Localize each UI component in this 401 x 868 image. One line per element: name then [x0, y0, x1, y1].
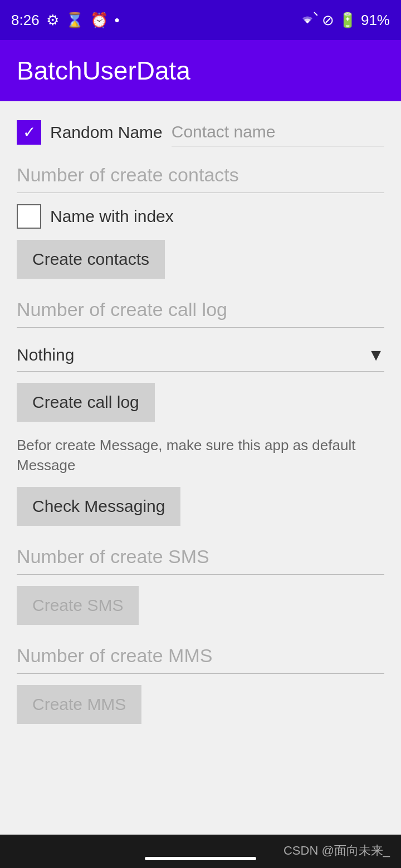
dot-icon: • [115, 12, 120, 29]
random-name-row: ✓ Random Name [17, 118, 384, 146]
create-sms-button[interactable]: Create SMS [17, 586, 139, 625]
app-title: BatchUserData [17, 56, 190, 86]
num-mms-input[interactable] [17, 638, 384, 674]
main-content: ✓ Random Name Name with index Create con… [0, 101, 401, 754]
name-with-index-checkbox[interactable] [17, 204, 41, 229]
check-messaging-button[interactable]: Check Messaging [17, 487, 180, 526]
create-mms-button[interactable]: Create MMS [17, 685, 141, 724]
name-with-index-row: Name with index [17, 204, 384, 229]
name-with-index-label: Name with index [50, 207, 174, 226]
bottom-bar: CSDN @面向未来_ [0, 835, 401, 868]
random-name-checkbox[interactable]: ✓ [17, 120, 41, 145]
dropdown-selected-value: Nothing [17, 346, 74, 364]
status-left: 8:26 ⚙ ⌛ ⏰ • [11, 12, 120, 29]
contact-name-input[interactable] [172, 118, 384, 146]
csdn-label: CSDN @面向未来_ [283, 842, 390, 859]
home-indicator [145, 857, 256, 860]
checkmark-icon: ✓ [23, 125, 36, 140]
time-display: 8:26 [11, 12, 40, 29]
messaging-warning-text: Befor create Message, make sure this app… [17, 435, 384, 476]
settings-icon: ⚙ [46, 12, 59, 29]
num-call-log-input[interactable] [17, 292, 384, 328]
battery-icon: 🔋 [339, 12, 356, 29]
wifi-icon [297, 11, 317, 29]
call-log-dropdown-display[interactable]: Nothing ▼ [17, 339, 384, 372]
num-contacts-input[interactable] [17, 157, 384, 193]
alarm-icon: ⏰ [90, 12, 108, 29]
create-contacts-button[interactable]: Create contacts [17, 240, 165, 279]
battery-percent: 91% [361, 12, 390, 29]
status-bar: 8:26 ⚙ ⌛ ⏰ • ⊘ 🔋 91% [0, 0, 401, 40]
call-log-dropdown-wrapper[interactable]: Nothing ▼ [17, 339, 384, 372]
app-bar: BatchUserData [0, 40, 401, 101]
num-sms-input[interactable] [17, 539, 384, 575]
svg-line-0 [314, 12, 317, 16]
dropdown-arrow-icon: ▼ [368, 346, 384, 364]
create-call-log-button[interactable]: Create call log [17, 383, 155, 422]
status-right: ⊘ 🔋 91% [297, 11, 390, 29]
random-name-label: Random Name [50, 123, 163, 142]
no-sim-icon: ⊘ [322, 12, 334, 29]
hourglass-icon: ⌛ [66, 12, 84, 29]
